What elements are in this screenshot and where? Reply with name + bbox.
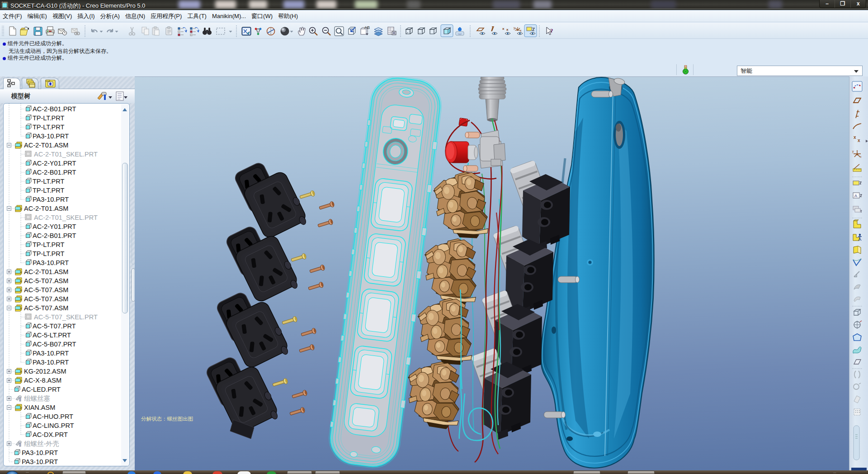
svg-text:x: x: [860, 155, 862, 158]
svg-text:x: x: [502, 27, 505, 31]
svg-text:A: A: [854, 194, 857, 198]
svg-text:y: y: [852, 150, 854, 153]
svg-text:x: x: [858, 138, 860, 143]
svg-text:x: x: [520, 29, 522, 32]
svg-text:?: ?: [550, 27, 553, 34]
svg-text:x: x: [854, 135, 856, 140]
svg-text:y: y: [514, 26, 515, 30]
svg-text:AB: AB: [364, 25, 370, 30]
svg-text:x: x: [506, 28, 509, 32]
svg-text:分解状态：螺丝图出图: 分解状态：螺丝图出图: [141, 416, 193, 422]
